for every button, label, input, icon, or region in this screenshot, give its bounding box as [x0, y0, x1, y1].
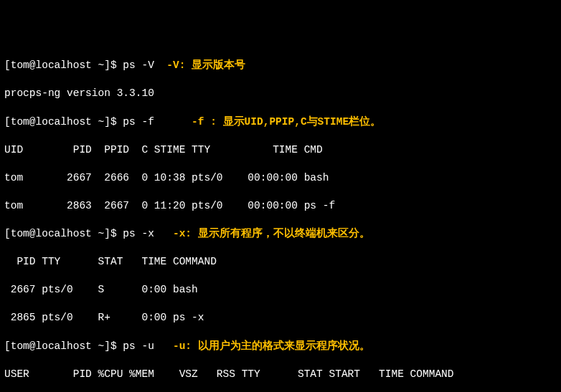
annotation-1: -V: 显示版本号 — [166, 59, 245, 71]
ps-f-row: tom 2863 2667 0 11:20 pts/0 00:00:00 ps … — [4, 199, 557, 214]
ps-f-row: tom 2667 2666 0 10:38 pts/0 00:00:00 bas… — [4, 171, 557, 186]
prompt: [tom@localhost ~]$ — [4, 340, 123, 352]
ps-u-header: USER PID %CPU %MEM VSZ RSS TTY STAT STAR… — [4, 368, 557, 382]
cmd-line-1: [tom@localhost ~]$ ps -V -V: 显示版本号 — [4, 59, 557, 73]
ps-x-row: 2865 pts/0 R+ 0:00 ps -x — [4, 311, 557, 325]
command-text: ps -u — [123, 340, 154, 352]
ps-x-header: PID TTY STAT TIME COMMAND — [4, 255, 557, 269]
annotation-3: -x: 显示所有程序，不以终端机来区分。 — [173, 228, 370, 239]
ps-f-header: UID PID PPID C STIME TTY TIME CMD — [4, 143, 557, 158]
prompt: [tom@localhost ~]$ — [4, 228, 123, 239]
ps-x-row: 2667 pts/0 S 0:00 bash — [4, 283, 557, 297]
output-version: procps-ng version 3.3.10 — [4, 87, 557, 101]
prompt: [tom@localhost ~]$ — [4, 59, 123, 71]
command-text: ps -x — [123, 228, 154, 239]
cmd-line-3: [tom@localhost ~]$ ps -x -x: 显示所有程序，不以终端… — [4, 227, 557, 242]
cmd-line-2: [tom@localhost ~]$ ps -f -f : 显示UID,PPIP… — [4, 115, 557, 130]
annotation-4: -u: 以用户为主的格式来显示程序状况。 — [173, 340, 370, 352]
annotation-2: -f : 显示UID,PPIP,C与STIME栏位。 — [192, 116, 381, 128]
command-text: ps -V — [123, 59, 154, 71]
prompt: [tom@localhost ~]$ — [4, 116, 123, 128]
cmd-line-4: [tom@localhost ~]$ ps -u -u: 以用户为主的格式来显示… — [4, 340, 557, 354]
command-text: ps -f — [123, 116, 154, 128]
